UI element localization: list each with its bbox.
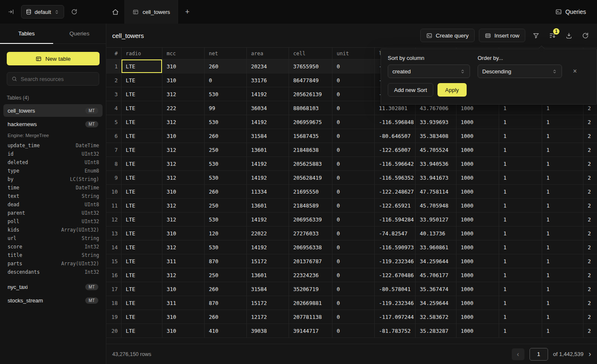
table-cell[interactable]: 1000 xyxy=(457,157,499,170)
table-cell[interactable]: 0 xyxy=(332,324,375,337)
prev-page-button[interactable]: ‹ xyxy=(512,348,524,360)
create-query-button[interactable]: Create query xyxy=(420,29,475,42)
table-cell[interactable]: 15172 xyxy=(247,254,289,268)
table-cell[interactable]: 2 xyxy=(583,240,597,254)
table-cell[interactable]: 312 xyxy=(162,268,205,282)
table-cell[interactable]: 530 xyxy=(205,157,247,170)
table-cell[interactable]: 2 xyxy=(583,226,597,240)
table-cell[interactable]: 20234 xyxy=(247,59,289,73)
table-cell[interactable]: 45.705524 xyxy=(416,143,457,156)
table-cell[interactable]: LTE xyxy=(122,310,162,324)
table-cell[interactable]: 207781138 xyxy=(289,310,332,324)
table-cell[interactable]: 0 xyxy=(332,171,375,184)
filter-button[interactable] xyxy=(530,30,542,41)
table-cell[interactable]: 260 xyxy=(205,59,247,73)
table-cell[interactable]: 1 xyxy=(542,129,583,143)
table-cell[interactable]: 0 xyxy=(332,282,375,296)
table-cell[interactable]: 1 xyxy=(499,157,542,170)
table-cell[interactable]: LTE xyxy=(122,324,162,337)
table-cell[interactable]: LTE xyxy=(122,240,162,254)
remove-sort-button[interactable]: × xyxy=(573,67,577,75)
table-cell[interactable]: 1 xyxy=(542,226,583,240)
table-cell[interactable]: 33.940536 xyxy=(416,157,457,170)
table-cell[interactable]: 1000 xyxy=(457,310,499,324)
table-cell[interactable]: -122.670486 xyxy=(375,268,416,282)
table-cell[interactable]: 870 xyxy=(205,296,247,310)
table-cell[interactable]: 205625883 xyxy=(289,157,332,170)
table-cell[interactable]: 1 xyxy=(542,143,583,156)
table-cell[interactable]: 33.939693 xyxy=(416,115,457,129)
table-cell[interactable]: 21848638 xyxy=(289,143,332,156)
table-cell[interactable]: 14192 xyxy=(247,115,289,129)
table-cell[interactable]: 0 xyxy=(332,87,375,101)
table-cell[interactable]: 31584 xyxy=(247,129,289,143)
table-cell[interactable]: 1000 xyxy=(457,296,499,310)
table-cell[interactable]: 201376787 xyxy=(289,254,332,268)
table-cell[interactable]: 22022 xyxy=(247,226,289,240)
table-cell[interactable]: 120 xyxy=(205,226,247,240)
page-number-input[interactable] xyxy=(529,348,548,361)
table-cell[interactable]: -122.65007 xyxy=(375,143,416,156)
table-cell[interactable]: 0 xyxy=(332,73,375,87)
table-cell[interactable]: 312 xyxy=(162,115,205,129)
sidebar-item-cell-towers[interactable]: cell_towers MT xyxy=(3,104,103,117)
table-cell[interactable]: 0 xyxy=(332,310,375,324)
table-cell[interactable]: LTE xyxy=(122,115,162,129)
table-cell[interactable]: 0 xyxy=(332,213,375,226)
table-cell[interactable]: 45.705948 xyxy=(416,199,457,212)
table-cell[interactable]: -122.65921 xyxy=(375,199,416,212)
table-cell[interactable]: 1 xyxy=(499,115,542,129)
table-cell[interactable]: 1 xyxy=(499,282,542,296)
table-cell[interactable]: 1 xyxy=(542,157,583,170)
table-cell[interactable]: 22324236 xyxy=(289,268,332,282)
table-cell[interactable]: 530 xyxy=(205,171,247,184)
table-cell[interactable]: -116.596848 xyxy=(375,115,416,129)
table-cell[interactable]: 1000 xyxy=(457,199,499,212)
table-cell[interactable]: 312 xyxy=(162,240,205,254)
table-cell[interactable]: 0 xyxy=(332,268,375,282)
table-cell[interactable]: 1000 xyxy=(457,240,499,254)
table-cell[interactable]: LTE xyxy=(122,157,162,170)
table-cell[interactable]: 39144717 xyxy=(289,324,332,337)
table-cell[interactable]: 205626139 xyxy=(289,87,332,101)
table-cell[interactable]: 250 xyxy=(205,199,247,212)
table-cell[interactable]: 47.758114 xyxy=(416,185,457,198)
table-cell[interactable]: LTE xyxy=(122,213,162,226)
table-cell[interactable]: 2 xyxy=(583,129,597,143)
table-cell[interactable]: 15687435 xyxy=(289,129,332,143)
table-cell[interactable]: 310 xyxy=(162,73,205,87)
table-cell[interactable]: 0 xyxy=(332,226,375,240)
table-cell[interactable]: LTE xyxy=(122,143,162,156)
table-cell[interactable]: LTE xyxy=(122,129,162,143)
table-cell[interactable]: 34.259644 xyxy=(416,254,457,268)
table-cell[interactable]: 2 xyxy=(583,310,597,324)
table-cell[interactable]: 86477849 xyxy=(289,73,332,87)
table-cell[interactable]: 312 xyxy=(162,157,205,170)
table-cell[interactable]: 1 xyxy=(542,296,583,310)
table-cell[interactable]: 0 xyxy=(332,254,375,268)
grid-header-cell[interactable]: mcc xyxy=(162,48,205,59)
table-cell[interactable]: -74.82547 xyxy=(375,226,416,240)
table-cell[interactable]: 36034 xyxy=(247,101,289,115)
grid-header-cell[interactable]: cell xyxy=(289,48,332,59)
table-cell[interactable]: 0 xyxy=(332,143,375,156)
table-cell[interactable]: 13601 xyxy=(247,199,289,212)
table-cell[interactable]: 11334 xyxy=(247,185,289,198)
table-cell[interactable]: LTE xyxy=(122,73,162,87)
sort-column-select[interactable]: created xyxy=(388,65,470,78)
table-cell[interactable]: 0 xyxy=(332,199,375,212)
add-sort-button[interactable]: Add new Sort xyxy=(388,83,433,97)
table-cell[interactable]: 1 xyxy=(499,324,542,337)
collapse-sidebar-button[interactable] xyxy=(6,7,16,17)
table-cell[interactable]: 206956339 xyxy=(289,213,332,226)
table-cell[interactable]: 1 xyxy=(499,171,542,184)
refresh-table-button[interactable] xyxy=(580,30,591,41)
table-cell[interactable]: 1000 xyxy=(457,254,499,268)
table-cell[interactable]: 33176 xyxy=(247,73,289,87)
table-cell[interactable]: 1 xyxy=(542,282,583,296)
table-cell[interactable]: 312 xyxy=(162,143,205,156)
table-cell[interactable]: 1000 xyxy=(457,324,499,337)
table-cell[interactable]: 34.259644 xyxy=(416,296,457,310)
table-cell[interactable]: 250 xyxy=(205,143,247,156)
table-cell[interactable]: 88068103 xyxy=(289,101,332,115)
